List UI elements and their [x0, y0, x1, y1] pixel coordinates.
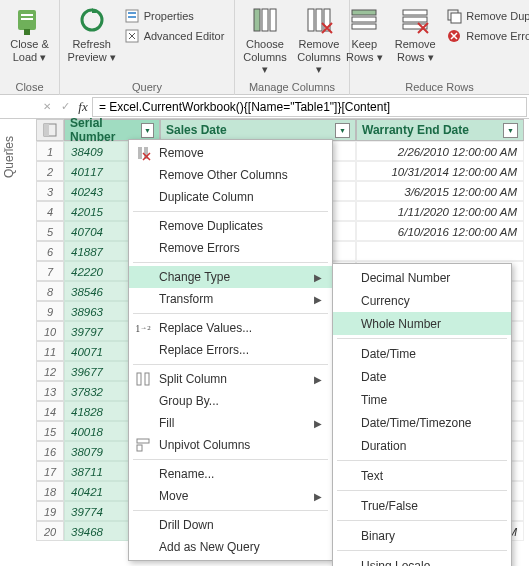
close-load-button[interactable]: Close & Load ▾: [4, 2, 56, 65]
column-header-warranty[interactable]: Warranty End Date ▼: [356, 119, 524, 141]
refresh-preview-button[interactable]: Refresh Preview ▾: [66, 2, 118, 65]
svg-rect-21: [451, 13, 461, 23]
menu-remove-other[interactable]: Remove Other Columns: [129, 164, 332, 186]
svg-rect-8: [254, 9, 260, 31]
fx-button[interactable]: fx: [74, 99, 92, 115]
submenu-currency[interactable]: Currency: [333, 289, 511, 312]
submenu-using-locale[interactable]: Using Locale...: [333, 554, 511, 566]
choose-columns-button[interactable]: Choose Columns ▾: [239, 2, 291, 78]
remove-columns-button[interactable]: Remove Columns ▾: [293, 2, 345, 78]
cell-warranty[interactable]: 1/11/2020 12:00:00 AM: [356, 201, 524, 221]
menu-replace-values[interactable]: 1→2Replace Values...: [129, 317, 332, 339]
properties-icon: [124, 8, 140, 24]
submenu-true-false[interactable]: True/False: [333, 494, 511, 517]
formula-accept-button[interactable]: ✓: [56, 100, 74, 113]
remove-rows-button[interactable]: Remove Rows ▾: [390, 2, 440, 65]
submenu-binary[interactable]: Binary: [333, 524, 511, 547]
menu-fill[interactable]: Fill▶: [129, 412, 332, 434]
remove-dup-icon: [446, 8, 462, 24]
row-number: 2: [36, 161, 64, 181]
column-header-serial[interactable]: Serial Number ▼: [64, 119, 160, 141]
menu-unpivot[interactable]: Unpivot Columns: [129, 434, 332, 456]
menu-separator: [133, 364, 328, 365]
svg-rect-29: [137, 439, 149, 443]
row-number: 19: [36, 501, 64, 521]
svg-rect-9: [262, 9, 268, 31]
remove-errors-small-label: Remove Error: [466, 30, 529, 42]
column-context-menu: Remove Remove Other Columns Duplicate Co…: [128, 139, 333, 561]
group-label-close: Close: [4, 79, 55, 95]
menu-separator: [133, 313, 328, 314]
menu-move[interactable]: Move▶: [129, 485, 332, 507]
menu-change-type[interactable]: Change Type▶: [129, 266, 332, 288]
row-number: 15: [36, 421, 64, 441]
submenu-separator: [337, 550, 507, 551]
cell-warranty[interactable]: 3/6/2015 12:00:00 AM: [356, 181, 524, 201]
grid-header: Serial Number ▼ Sales Date ▼ Warranty En…: [36, 119, 529, 141]
remove-errors-icon: [446, 28, 462, 44]
menu-remove-errors[interactable]: Remove Errors: [129, 237, 332, 259]
remove-errors-small-button[interactable]: Remove Error: [442, 26, 529, 46]
cell-warranty[interactable]: [356, 241, 524, 261]
row-number: 20: [36, 521, 64, 541]
submenu-time[interactable]: Time: [333, 388, 511, 411]
menu-separator: [133, 510, 328, 511]
advanced-editor-button[interactable]: Advanced Editor: [120, 26, 229, 46]
row-number: 8: [36, 281, 64, 301]
cell-warranty[interactable]: 10/31/2014 12:00:00 AM: [356, 161, 524, 181]
menu-drill-down[interactable]: Drill Down: [129, 514, 332, 536]
keep-rows-button[interactable]: Keep Rows ▾: [340, 2, 388, 65]
ribbon: Close & Load ▾ Close Refresh Preview ▾ P…: [0, 0, 529, 95]
menu-remove-duplicates[interactable]: Remove Duplicates: [129, 215, 332, 237]
group-label-manage-columns: Manage Columns: [239, 79, 345, 95]
submenu-arrow-icon: ▶: [314, 491, 322, 502]
cell-warranty[interactable]: 6/10/2016 12:00:00 AM: [356, 221, 524, 241]
row-number-header[interactable]: [36, 119, 64, 141]
svg-rect-6: [128, 16, 136, 18]
menu-remove[interactable]: Remove: [129, 142, 332, 164]
menu-add-new-query[interactable]: Add as New Query: [129, 536, 332, 558]
submenu-datetime[interactable]: Date/Time: [333, 342, 511, 365]
row-number: 12: [36, 361, 64, 381]
menu-replace-errors[interactable]: Replace Errors...: [129, 339, 332, 361]
column-header-sales[interactable]: Sales Date ▼: [160, 119, 356, 141]
svg-rect-28: [145, 373, 149, 385]
formula-cancel-button[interactable]: ✕: [38, 101, 56, 112]
submenu-decimal[interactable]: Decimal Number: [333, 266, 511, 289]
menu-split-column[interactable]: Split Column▶: [129, 368, 332, 390]
submenu-date[interactable]: Date: [333, 365, 511, 388]
menu-rename[interactable]: Rename...: [129, 463, 332, 485]
submenu-separator: [337, 490, 507, 491]
svg-rect-14: [352, 10, 376, 15]
cell-warranty[interactable]: 2/26/2010 12:00:00 AM: [356, 141, 524, 161]
column-header-warranty-label: Warranty End Date: [362, 123, 469, 137]
submenu-whole-number[interactable]: Whole Number: [333, 312, 511, 335]
remove-duplicates-small-button[interactable]: Remove Dup: [442, 6, 529, 26]
menu-group-by[interactable]: Group By...: [129, 390, 332, 412]
row-number: 11: [36, 341, 64, 361]
column-header-sales-label: Sales Date: [166, 123, 227, 137]
keep-rows-label: Keep Rows ▾: [346, 38, 383, 63]
menu-transform[interactable]: Transform▶: [129, 288, 332, 310]
filter-dropdown-icon[interactable]: ▼: [503, 123, 518, 138]
submenu-separator: [337, 338, 507, 339]
row-number: 10: [36, 321, 64, 341]
row-number: 7: [36, 261, 64, 281]
filter-dropdown-icon[interactable]: ▼: [141, 123, 154, 138]
submenu-dtz[interactable]: Date/Time/Timezone: [333, 411, 511, 434]
submenu-duration[interactable]: Duration: [333, 434, 511, 457]
formula-input[interactable]: [92, 97, 527, 117]
menu-duplicate[interactable]: Duplicate Column: [129, 186, 332, 208]
svg-rect-10: [270, 9, 276, 31]
svg-rect-25: [138, 147, 142, 159]
submenu-text[interactable]: Text: [333, 464, 511, 487]
submenu-arrow-icon: ▶: [314, 418, 322, 429]
filter-dropdown-icon[interactable]: ▼: [335, 123, 350, 138]
row-number: 13: [36, 381, 64, 401]
queries-pane-tab[interactable]: Queries: [0, 130, 18, 184]
svg-rect-16: [352, 24, 376, 29]
remove-rows-icon: [399, 4, 431, 36]
row-number: 5: [36, 221, 64, 241]
submenu-arrow-icon: ▶: [314, 294, 322, 305]
properties-button[interactable]: Properties: [120, 6, 229, 26]
